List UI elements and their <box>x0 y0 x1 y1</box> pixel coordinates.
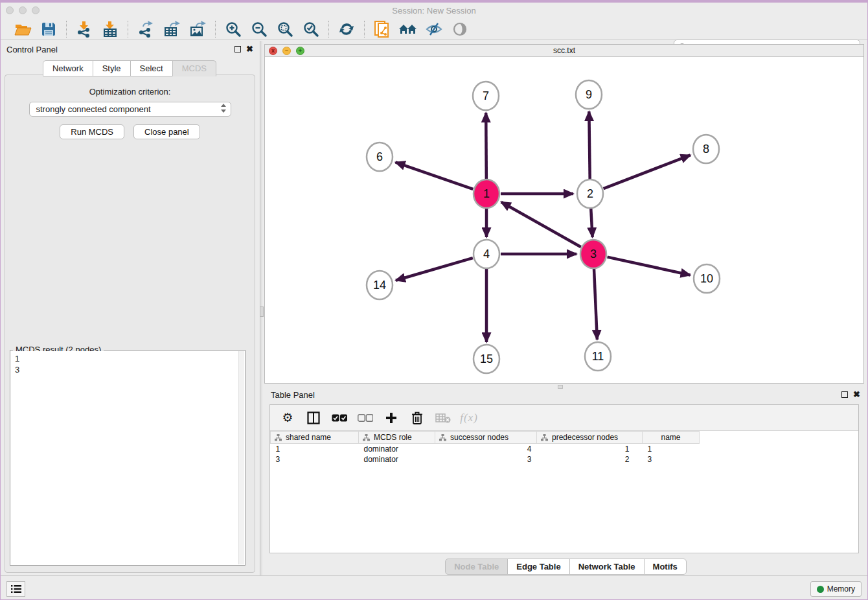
memory-button[interactable]: Memory <box>810 581 862 597</box>
graph-edge-3-1[interactable] <box>501 202 581 247</box>
list-icon <box>11 584 21 594</box>
svg-text:11: 11 <box>592 350 604 363</box>
svg-text:9: 9 <box>586 88 592 101</box>
graph-node-6[interactable]: 6 <box>367 143 393 171</box>
graph-edge-1-7[interactable] <box>486 113 486 179</box>
column-header-successor-nodes[interactable]: successor nodes <box>435 432 537 444</box>
table-row[interactable]: 1 dominator 4 1 1 <box>271 444 700 454</box>
vertical-splitter[interactable] <box>260 41 262 575</box>
graph-node-15[interactable]: 15 <box>474 345 499 373</box>
graph-edge-2-9[interactable] <box>589 111 589 179</box>
graph-node-4[interactable]: 4 <box>474 240 499 268</box>
tab-node-table[interactable]: Node Table <box>445 559 508 575</box>
float-panel-icon[interactable] <box>234 46 241 52</box>
graph-node-8[interactable]: 8 <box>693 135 719 163</box>
import-table-icon[interactable] <box>99 20 121 38</box>
table-settings-icon[interactable]: ⚙ <box>279 410 296 426</box>
graph-node-10[interactable]: 10 <box>694 264 720 293</box>
close-panel-button[interactable]: Close panel <box>133 124 200 139</box>
graph-edge-4-14[interactable] <box>396 258 473 281</box>
tab-style[interactable]: Style <box>93 60 131 76</box>
open-file-icon[interactable] <box>12 20 34 38</box>
graph-edge-1-6[interactable] <box>396 162 474 189</box>
show-columns-icon[interactable] <box>305 410 322 426</box>
add-row-icon[interactable] <box>383 410 400 426</box>
node-table: shared name MCDS role successor nodes pr… <box>270 431 700 465</box>
export-network-icon[interactable] <box>135 20 157 38</box>
network-graph[interactable]: 7968124314101511 <box>265 57 863 383</box>
show-panel-icon[interactable] <box>449 20 471 38</box>
titlebar: Session: New Session <box>0 3 868 18</box>
graph-node-2[interactable]: 2 <box>577 179 603 208</box>
svg-text:4: 4 <box>483 248 490 260</box>
delete-row-icon[interactable] <box>409 410 426 426</box>
svg-text:15: 15 <box>480 352 493 365</box>
table-float-panel-icon[interactable] <box>841 391 848 398</box>
optimization-criterion-label: Optimization criterion: <box>5 87 255 97</box>
main-area: Control Panel ✖ Network Style Select MCD… <box>0 41 868 575</box>
tab-mcds[interactable]: MCDS <box>172 60 216 76</box>
window-title: Session: New Session <box>0 6 868 16</box>
control-panel-tabs: Network Style Select MCDS <box>0 60 260 76</box>
hierarchy-icon <box>275 434 282 441</box>
zoom-out-icon[interactable] <box>248 20 270 38</box>
svg-text:3: 3 <box>590 248 597 260</box>
node-table-container: ⚙ <box>269 404 859 553</box>
save-session-icon[interactable] <box>38 20 60 38</box>
run-mcds-button[interactable]: Run MCDS <box>60 124 124 139</box>
tab-motifs[interactable]: Motifs <box>644 559 687 575</box>
table-close-panel-icon[interactable]: ✖ <box>853 391 860 398</box>
tab-network[interactable]: Network <box>43 60 93 76</box>
task-history-button[interactable] <box>6 581 25 597</box>
graph-edge-2-3[interactable] <box>591 208 592 237</box>
network-window-titlebar[interactable]: x − + scc.txt <box>265 45 863 57</box>
zoom-fit-icon[interactable] <box>274 20 296 38</box>
home-icon[interactable] <box>397 20 419 38</box>
optimization-criterion-select[interactable]: strongly connected component <box>29 102 231 117</box>
graph-node-1[interactable]: 1 <box>474 179 499 208</box>
close-panel-icon[interactable]: ✖ <box>246 46 253 52</box>
tab-network-table[interactable]: Network Table <box>569 559 645 575</box>
hierarchy-icon <box>439 434 446 441</box>
hierarchy-icon <box>541 434 548 441</box>
result-scrollbar[interactable] <box>238 351 244 564</box>
import-network-icon[interactable] <box>73 20 95 38</box>
select-all-icon[interactable] <box>331 410 348 426</box>
column-header-mcds-role[interactable]: MCDS role <box>359 432 435 444</box>
graph-node-3[interactable]: 3 <box>580 240 606 268</box>
table-row[interactable]: 3 dominator 3 2 3 <box>271 454 700 465</box>
table-toolbar: ⚙ <box>270 405 858 431</box>
status-bar: Memory <box>0 575 868 600</box>
mcds-result-text[interactable]: 1 3 <box>11 351 244 564</box>
hide-panel-icon[interactable] <box>423 20 445 38</box>
control-panel: Control Panel ✖ Network Style Select MCD… <box>0 41 260 575</box>
zoom-selected-icon[interactable] <box>300 20 322 38</box>
export-image-icon[interactable] <box>187 20 209 38</box>
tab-select[interactable]: Select <box>130 60 173 76</box>
mcds-panel-body: Optimization criterion: strongly connect… <box>5 75 255 573</box>
session-details-icon[interactable] <box>371 20 393 38</box>
column-header-predecessor-nodes[interactable]: predecessor nodes <box>537 432 643 444</box>
mcds-result-box: MCDS result (2 nodes) 1 3 <box>10 350 246 566</box>
graph-node-14[interactable]: 14 <box>367 271 393 299</box>
graph-node-9[interactable]: 9 <box>576 80 602 109</box>
graph-edge-2-8[interactable] <box>604 155 691 189</box>
graph-edge-3-10[interactable] <box>607 257 690 275</box>
network-window: x − + scc.txt 7968124314101511 <box>264 44 864 384</box>
export-table-icon[interactable] <box>161 20 183 38</box>
graph-node-7[interactable]: 7 <box>473 82 499 110</box>
dropdown-value: strongly connected component <box>36 104 151 114</box>
deselect-all-icon[interactable] <box>357 410 374 426</box>
column-header-shared-name[interactable]: shared name <box>271 432 359 444</box>
graph-edge-3-11[interactable] <box>594 268 597 340</box>
network-window-title: scc.txt <box>265 46 863 55</box>
column-header-name[interactable]: name <box>643 432 700 444</box>
tab-edge-table[interactable]: Edge Table <box>507 559 569 575</box>
graph-node-11[interactable]: 11 <box>585 342 611 371</box>
svg-text:6: 6 <box>376 150 383 163</box>
svg-text:1: 1 <box>483 187 490 200</box>
apply-layout-icon[interactable] <box>336 20 358 38</box>
right-side: x − + scc.txt 7968124314101511 Table Pan… <box>263 41 868 575</box>
network-canvas[interactable]: 7968124314101511 <box>265 57 863 383</box>
zoom-in-icon[interactable] <box>222 20 244 38</box>
